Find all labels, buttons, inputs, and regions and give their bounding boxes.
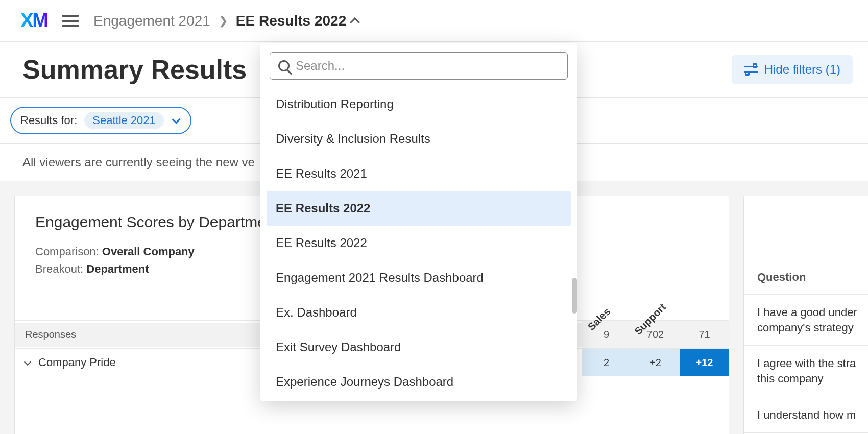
dropdown-item[interactable]: Ex. Dashboard <box>267 295 571 330</box>
top-bar: XM Engagement 2021 ❯ EE Results 2022 <box>0 0 868 42</box>
question-row[interactable]: I agree with the strathis company <box>744 346 868 397</box>
responses-value: 71 <box>680 321 729 348</box>
dropdown-item[interactable]: Engagement 2021 Results Dashboard <box>267 260 571 295</box>
questions-widget: Question I have a good undercompany's st… <box>743 196 868 434</box>
results-for-selector[interactable]: Results for: Seattle 2021 <box>10 107 191 134</box>
breadcrumb-parent[interactable]: Engagement 2021 <box>93 13 210 29</box>
dropdown-item[interactable]: Diversity & Inclusion Results <box>267 122 571 156</box>
score-cell: 2 <box>582 349 631 376</box>
row-label: Company Pride <box>38 356 116 369</box>
question-column-header: Question <box>744 252 868 295</box>
question-row[interactable]: I have a good undercompany's strategy <box>744 295 868 346</box>
search-field-wrapper[interactable] <box>270 52 568 80</box>
score-cell: +2 <box>631 349 680 376</box>
dashboard-selector-dropdown: Distribution ReportingDiversity & Inclus… <box>260 43 577 401</box>
breadcrumb: Engagement 2021 ❯ EE Results 2022 <box>93 13 358 29</box>
search-input[interactable] <box>296 59 559 73</box>
search-icon <box>278 60 290 71</box>
chevron-down-icon <box>24 358 31 365</box>
breadcrumb-current-dropdown[interactable]: EE Results 2022 <box>236 13 358 29</box>
results-for-label: Results for: <box>20 114 77 127</box>
dropdown-item[interactable]: Experience Journeys Dashboard <box>267 365 571 399</box>
score-cell: +12 <box>680 349 729 376</box>
scrollbar-thumb[interactable] <box>572 278 577 314</box>
results-for-chip: Seattle 2021 <box>84 112 164 129</box>
logo: XM <box>20 10 47 32</box>
hide-filters-button[interactable]: Hide filters (1) <box>732 55 853 84</box>
hamburger-menu-icon[interactable] <box>62 15 79 27</box>
chevron-down-icon <box>172 115 180 124</box>
filter-icon <box>744 64 758 75</box>
breadcrumb-current-label: EE Results 2022 <box>236 13 346 29</box>
question-row[interactable]: I understand how m <box>744 397 868 433</box>
chevron-right-icon: ❯ <box>219 14 228 28</box>
dropdown-item[interactable]: EE Results 2021 <box>267 156 571 191</box>
dropdown-item[interactable]: Distribution Reporting <box>267 87 571 122</box>
dropdown-item[interactable]: EE Results 2022 <box>267 226 571 260</box>
dropdown-item[interactable]: Exit Survey Dashboard <box>267 330 571 365</box>
hide-filters-label: Hide filters (1) <box>764 62 840 77</box>
page-title: Summary Results <box>22 54 247 85</box>
dropdown-item[interactable]: EE Results 2022 <box>267 191 571 226</box>
chevron-up-icon <box>350 17 360 28</box>
